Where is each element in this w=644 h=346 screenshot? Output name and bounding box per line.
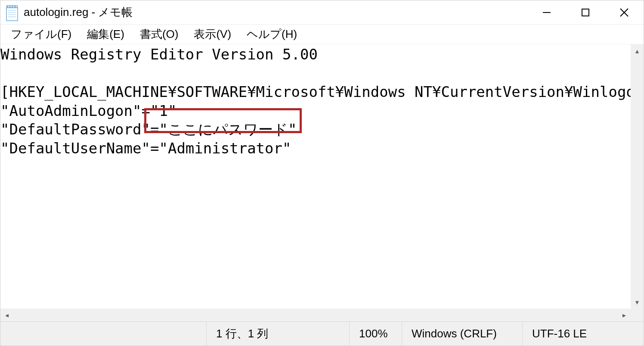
vertical-scrollbar[interactable]: ▴ ▾ [631, 44, 644, 309]
hscroll-track[interactable] [13, 309, 618, 321]
scroll-left-icon[interactable]: ◂ [0, 309, 13, 321]
text-line[interactable]: "DefaultUserName"="Administrator" [0, 140, 291, 157]
close-button[interactable] [605, 0, 644, 24]
svg-point-5 [16, 6, 17, 7]
maximize-button[interactable] [566, 0, 605, 24]
status-cursor-position: 1 行、1 列 [206, 322, 349, 346]
menu-view[interactable]: 表示(V) [186, 25, 239, 44]
notepad-icon [5, 3, 19, 22]
window-title: autologin.reg - メモ帳 [24, 5, 527, 20]
menu-help[interactable]: ヘルプ(H) [239, 25, 305, 44]
scroll-up-icon[interactable]: ▴ [631, 44, 644, 57]
status-zoom: 100% [349, 322, 402, 346]
status-spacer [0, 322, 206, 346]
titlebar: autologin.reg - メモ帳 [0, 0, 644, 25]
scroll-track[interactable] [631, 57, 644, 296]
horizontal-scrollbar[interactable]: ◂ ▸ [0, 309, 644, 321]
menu-format[interactable]: 書式(O) [132, 25, 186, 44]
svg-point-3 [11, 6, 12, 7]
scroll-down-icon[interactable]: ▾ [631, 296, 644, 309]
minimize-button[interactable] [527, 0, 566, 24]
menubar: ファイル(F) 編集(E) 書式(O) 表示(V) ヘルプ(H) [0, 25, 644, 44]
svg-rect-0 [6, 7, 18, 21]
text-line[interactable]: [HKEY_LOCAL_MACHINE¥SOFTWARE¥Microsoft¥W… [0, 83, 644, 100]
scroll-right-icon[interactable]: ▸ [618, 309, 631, 321]
editor-content[interactable]: Windows Registry Editor Version 5.00 [HK… [0, 44, 644, 158]
svg-rect-11 [582, 9, 589, 16]
status-encoding: UTF-16 LE [522, 322, 644, 346]
statusbar: 1 行、1 列 100% Windows (CRLF) UTF-16 LE [0, 321, 644, 346]
svg-point-4 [13, 6, 15, 7]
window-controls [527, 0, 644, 24]
menu-edit[interactable]: 編集(E) [79, 25, 132, 44]
text-line[interactable]: "DefaultPassword"="ここにパスワード" [0, 121, 297, 138]
text-line[interactable]: "AutoAdminLogon"="1" [0, 102, 176, 119]
menu-file[interactable]: ファイル(F) [3, 25, 79, 44]
notepad-window: autologin.reg - メモ帳 ファイル(F) 編集(E) 書式(O) … [0, 0, 644, 346]
text-line[interactable]: Windows Registry Editor Version 5.00 [0, 46, 318, 63]
svg-point-2 [8, 6, 9, 7]
editor-area[interactable]: Windows Registry Editor Version 5.00 [HK… [0, 44, 644, 309]
status-line-ending: Windows (CRLF) [402, 322, 522, 346]
scroll-corner [631, 309, 644, 321]
